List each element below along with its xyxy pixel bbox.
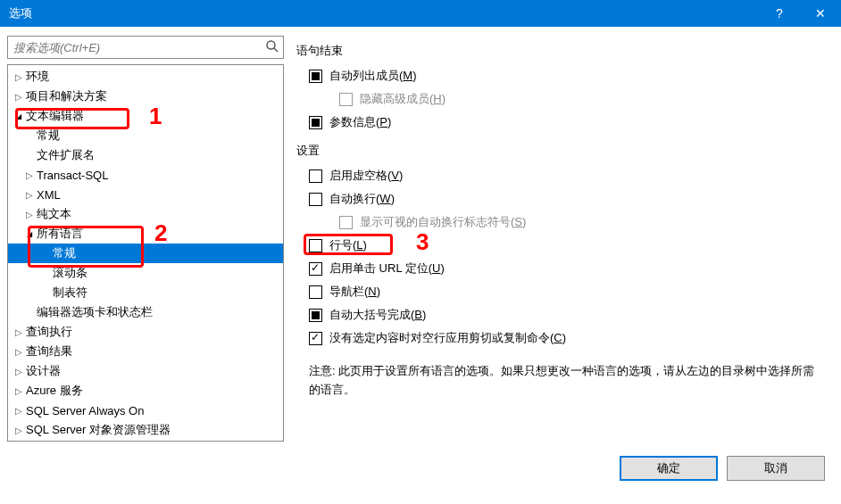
cb-virtual-space-label[interactable]: 启用虚空格(V): [329, 168, 403, 184]
tree-item[interactable]: ▷环境: [8, 67, 283, 87]
cb-auto-list[interactable]: [309, 70, 322, 83]
tree-item-label: SQL Server Always On: [26, 404, 144, 417]
settings-panel: 语句结束 自动列出成员(M) 隐藏高级成员(H) 参数信息(P) 设置 启用虚空…: [293, 36, 834, 442]
cb-brace[interactable]: [309, 309, 322, 322]
tree-item-label: 文本编辑器: [26, 108, 84, 124]
tree-item-label: XML: [37, 188, 61, 202]
tree-item-label: 设计器: [26, 363, 61, 379]
tree-item[interactable]: ▷Transact-SQL: [8, 165, 283, 185]
cb-param-info-label[interactable]: 参数信息(P): [329, 114, 391, 130]
window-title: 选项: [9, 5, 759, 21]
caret-right-icon[interactable]: ▷: [24, 190, 35, 200]
cb-hide-advanced: [339, 93, 353, 106]
help-icon: ?: [776, 6, 783, 21]
caret-down-icon[interactable]: ◢: [24, 230, 35, 238]
tree-item[interactable]: ▷Azure 服务: [8, 381, 283, 401]
caret-right-icon[interactable]: ▷: [13, 367, 24, 376]
tree-item-label: 制表符: [53, 285, 87, 301]
tree-item[interactable]: 文件扩展名: [8, 145, 283, 165]
search-wrap: [7, 36, 284, 59]
tree-item[interactable]: ▷SQL Server 对象资源管理器: [8, 420, 283, 440]
tree-item-label: 所有语言: [37, 226, 83, 242]
section-settings: 设置: [296, 143, 821, 159]
tree-item-label: 滚动条: [53, 265, 87, 281]
cb-brace-label[interactable]: 自动大括号完成(B): [329, 307, 426, 323]
cb-url-nav[interactable]: [309, 262, 322, 276]
cb-param-info[interactable]: [309, 116, 322, 129]
caret-right-icon[interactable]: ▷: [13, 406, 24, 416]
search-input[interactable]: [7, 36, 284, 59]
tree-item[interactable]: ▷纯文本: [8, 204, 283, 224]
cb-line-numbers[interactable]: [309, 239, 322, 252]
tree-item[interactable]: ◢文本编辑器: [8, 106, 283, 126]
caret-right-icon[interactable]: ▷: [13, 426, 24, 435]
caret-right-icon[interactable]: ▷: [13, 72, 24, 82]
cancel-button[interactable]: 取消: [727, 456, 825, 481]
caret-right-icon[interactable]: ▷: [24, 210, 35, 219]
cb-auto-list-label[interactable]: 自动列出成员(M): [329, 68, 417, 84]
close-icon: ✕: [815, 6, 826, 21]
tree-item[interactable]: ▷查询结果: [8, 342, 283, 361]
tree-item-label: Azure 服务: [26, 383, 83, 399]
cb-wrap-glyph-label: 显示可视的自动换行标志符号(S): [360, 214, 526, 230]
help-button[interactable]: ?: [759, 0, 800, 27]
tree-item-label: 常规: [37, 128, 60, 144]
tree-item[interactable]: 编辑器选项卡和状态栏: [8, 302, 283, 322]
tree-item-label: 项目和解决方案: [26, 88, 107, 104]
tree-item-label: Transact-SQL: [37, 169, 108, 182]
tree-item-label: 常规: [53, 245, 76, 261]
cb-line-numbers-label[interactable]: 行号(L): [329, 237, 367, 253]
tree-item[interactable]: ▷SQL Server Always On: [8, 401, 283, 420]
titlebar: 选项 ? ✕: [0, 0, 841, 27]
tree-item-label: 编辑器选项卡和状态栏: [37, 304, 153, 320]
tree-item[interactable]: ▷查询执行: [8, 322, 283, 342]
cb-cutcopy-empty[interactable]: [309, 332, 322, 345]
tree-container: ▷环境▷项目和解决方案◢文本编辑器常规文件扩展名▷Transact-SQL▷XM…: [7, 64, 284, 442]
cb-navbar-label[interactable]: 导航栏(N): [329, 284, 380, 300]
cb-navbar[interactable]: [309, 285, 322, 299]
tree-item-label: 文件扩展名: [37, 147, 95, 163]
cb-hide-advanced-label: 隐藏高级成员(H): [360, 91, 445, 107]
caret-right-icon[interactable]: ▷: [13, 386, 24, 396]
tree-item[interactable]: 常规: [8, 126, 283, 145]
cb-word-wrap-label[interactable]: 自动换行(W): [329, 191, 395, 207]
caret-right-icon[interactable]: ▷: [13, 327, 24, 337]
cb-url-nav-label[interactable]: 启用单击 URL 定位(U): [329, 260, 445, 277]
close-button[interactable]: ✕: [800, 0, 841, 27]
tree-item[interactable]: ▷项目和解决方案: [8, 87, 283, 106]
cb-wrap-glyph: [339, 216, 353, 229]
caret-right-icon[interactable]: ▷: [13, 92, 24, 102]
caret-right-icon[interactable]: ▷: [24, 170, 35, 180]
section-statement-completion: 语句结束: [296, 43, 821, 59]
options-tree[interactable]: ▷环境▷项目和解决方案◢文本编辑器常规文件扩展名▷Transact-SQL▷XM…: [8, 65, 283, 441]
ok-button[interactable]: 确定: [620, 456, 718, 481]
cb-virtual-space[interactable]: [309, 169, 322, 183]
tree-item[interactable]: 常规: [8, 244, 283, 263]
cb-cutcopy-empty-label[interactable]: 没有选定内容时对空行应用剪切或复制命令(C): [329, 330, 566, 346]
tree-item[interactable]: ◢所有语言: [8, 224, 283, 244]
tree-item[interactable]: ▷设计器: [8, 361, 283, 381]
dialog-button-row: 确定 取消: [0, 442, 841, 495]
tree-item-label: 查询执行: [26, 324, 72, 340]
tree-item-label: 查询结果: [26, 343, 72, 359]
caret-right-icon[interactable]: ▷: [13, 347, 24, 357]
cb-word-wrap[interactable]: [309, 193, 322, 206]
note-text: 注意: 此页用于设置所有语言的选项。如果只想更改一种语言的选项，请从左边的目录树…: [296, 362, 821, 400]
tree-item[interactable]: 制表符: [8, 283, 283, 302]
tree-item[interactable]: 滚动条: [8, 263, 283, 283]
caret-down-icon[interactable]: ◢: [13, 112, 24, 120]
tree-item-label: SQL Server 对象资源管理器: [26, 422, 171, 438]
tree-item[interactable]: ▷XML: [8, 185, 283, 204]
tree-item-label: 环境: [26, 69, 49, 85]
tree-item-label: 纯文本: [37, 206, 71, 222]
